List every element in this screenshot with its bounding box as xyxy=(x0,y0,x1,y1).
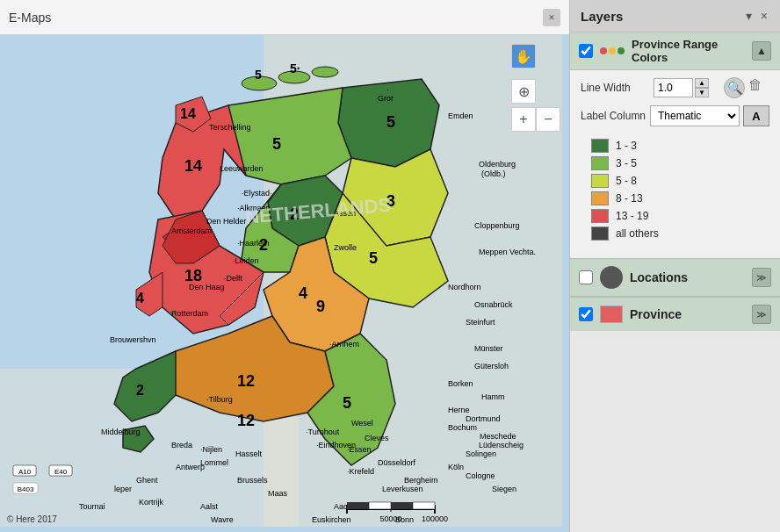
svg-text:Meppen Vechta.: Meppen Vechta. xyxy=(479,248,536,256)
delete-button[interactable]: 🗑 xyxy=(748,77,769,98)
map-close-button[interactable]: × xyxy=(543,9,560,26)
province-bottom-checkbox[interactable] xyxy=(579,307,593,321)
svg-text:Wavre: Wavre xyxy=(211,515,234,524)
svg-text:A10: A10 xyxy=(18,468,32,476)
hand-tool-button[interactable]: ✋ xyxy=(511,44,536,68)
svg-text:·Essen: ·Essen xyxy=(347,445,372,454)
svg-text:50000: 50000 xyxy=(379,514,401,523)
svg-text:5: 5 xyxy=(255,68,262,82)
legend-item-3: 5 - 8 xyxy=(591,174,759,188)
svg-text:·Haarlem: ·Haarlem xyxy=(237,239,270,248)
zoom-minus-button[interactable]: − xyxy=(536,107,560,132)
legend-color-1 xyxy=(591,139,609,153)
province-bottom-row: Province ≫ xyxy=(570,298,780,331)
zoom-in-button[interactable]: ⊕ xyxy=(511,79,536,104)
province-swatch xyxy=(600,306,623,323)
layers-dropdown-icon[interactable]: ▾ xyxy=(744,7,754,25)
legend: 1 - 3 3 - 5 5 - 8 8 - 13 13 - 19 xyxy=(581,133,769,251)
svg-text:Rotterdam: Rotterdam xyxy=(171,309,208,318)
svg-text:Nordhorn: Nordhorn xyxy=(448,283,481,291)
line-width-row: Line Width ▲ ▼ 🔍 🗑 xyxy=(581,77,769,98)
label-column-select[interactable]: Thematic None Name xyxy=(650,105,740,126)
svg-rect-96 xyxy=(369,502,391,509)
svg-text:·Turnhout: ·Turnhout xyxy=(306,428,340,436)
legend-item-2: 3 - 5 xyxy=(591,156,759,170)
svg-text:·Krefeld: ·Krefeld xyxy=(347,467,374,476)
svg-text:Hamm: Hamm xyxy=(481,392,505,401)
svg-text:Aalst: Aalst xyxy=(200,502,219,511)
line-width-input[interactable] xyxy=(654,78,693,97)
svg-text:Osnabrück: Osnabrück xyxy=(474,300,513,309)
svg-text:·: · xyxy=(386,85,389,94)
label-column-label: Label Column xyxy=(581,110,646,122)
svg-text:·Nijlen: ·Nijlen xyxy=(200,445,222,454)
svg-text:·Elystad·: ·Elystad· xyxy=(242,189,272,198)
line-width-up-button[interactable]: ▲ xyxy=(695,78,709,88)
legend-item-5: 13 - 19 xyxy=(591,209,759,223)
svg-text:·Arnhem: ·Arnhem xyxy=(329,340,359,349)
svg-text:Bergheim: Bergheim xyxy=(404,476,438,485)
svg-text:14: 14 xyxy=(180,106,196,121)
svg-text:© Here 2017: © Here 2017 xyxy=(7,514,57,524)
svg-text:100000: 100000 xyxy=(422,514,448,523)
line-width-spinner: ▲ ▼ xyxy=(695,78,709,97)
map-controls: ✋ ⊕ + − xyxy=(511,44,560,132)
svg-text:Leeuwarden: Leeuwarden xyxy=(220,164,264,173)
svg-text:Bochum: Bochum xyxy=(448,423,477,432)
svg-text:Hasselt: Hasselt xyxy=(235,449,263,458)
province-range-checkbox[interactable] xyxy=(579,44,593,58)
legend-item-1: 1 - 3 xyxy=(591,139,759,153)
province-bottom-label: Province xyxy=(630,307,745,321)
svg-text:Köln: Köln xyxy=(448,463,464,471)
svg-text:Emden: Emden xyxy=(448,111,473,120)
legend-color-4 xyxy=(591,191,609,205)
locations-checkbox[interactable] xyxy=(579,270,593,284)
province-bottom-section: Province ≫ xyxy=(570,297,780,331)
magnify-button[interactable]: 🔍 xyxy=(724,77,745,98)
layers-close-button[interactable]: × xyxy=(759,7,769,25)
locations-row: Locations ≫ xyxy=(570,259,780,296)
zoom-plus-button[interactable]: + xyxy=(511,107,536,132)
legend-text-3: 5 - 8 xyxy=(616,175,637,187)
province-range-icon xyxy=(600,47,625,54)
svg-text:E40: E40 xyxy=(54,468,68,476)
svg-text:18: 18 xyxy=(184,267,202,284)
province-expand-button[interactable]: ≫ xyxy=(752,305,771,324)
province-range-content: Line Width ▲ ▼ 🔍 🗑 Label Column Them xyxy=(570,70,780,258)
layers-title: Layers xyxy=(581,9,623,24)
svg-text:2: 2 xyxy=(136,383,144,398)
legend-item-4: 8 - 13 xyxy=(591,191,759,205)
svg-text:Gütersloh: Gütersloh xyxy=(474,362,509,370)
line-width-down-button[interactable]: ▼ xyxy=(695,88,709,97)
legend-text-2: 3 - 5 xyxy=(616,157,637,169)
svg-text:·Delft: ·Delft xyxy=(224,274,243,283)
map-header: E-Maps × xyxy=(0,0,569,35)
svg-text:Lommel: Lommel xyxy=(200,458,228,467)
svg-text:Meschede: Meschede xyxy=(480,432,516,441)
legend-text-6: all others xyxy=(616,227,659,240)
svg-text:Gror: Gror xyxy=(378,94,394,103)
svg-text:Oldenburg: Oldenburg xyxy=(479,160,516,169)
svg-text:Herne: Herne xyxy=(448,406,470,414)
map-area: E-Maps × ✋ ⊕ + − 5 5 3 5 2 xyxy=(0,0,569,532)
legend-text-4: 8 - 13 xyxy=(616,192,643,205)
locations-expand-button[interactable]: ≫ xyxy=(752,268,771,287)
province-range-label: Province Range Colors xyxy=(632,38,752,64)
svg-rect-98 xyxy=(413,502,435,509)
svg-text:Steinfurt: Steinfurt xyxy=(466,318,495,327)
svg-text:Cleves: Cleves xyxy=(365,434,389,442)
legend-color-5 xyxy=(591,209,609,223)
svg-text:5: 5 xyxy=(369,249,378,267)
svg-text:Brussels: Brussels xyxy=(237,476,268,485)
text-style-button[interactable]: A xyxy=(743,105,769,126)
legend-color-2 xyxy=(591,156,609,170)
locations-section: Locations ≫ xyxy=(570,258,780,297)
svg-text:Siegen: Siegen xyxy=(492,485,516,493)
svg-text:Cloppenburg: Cloppenburg xyxy=(474,221,520,230)
netherlands-map: 5 5 3 5 2 14 2 18 9 12 2 5 xyxy=(0,35,562,527)
svg-text:Borken: Borken xyxy=(448,379,473,388)
province-range-expand-button[interactable]: ▲ xyxy=(752,41,771,61)
svg-text:Solingen: Solingen xyxy=(466,449,496,458)
locations-label: Locations xyxy=(630,270,745,284)
svg-text:5: 5 xyxy=(343,394,351,412)
